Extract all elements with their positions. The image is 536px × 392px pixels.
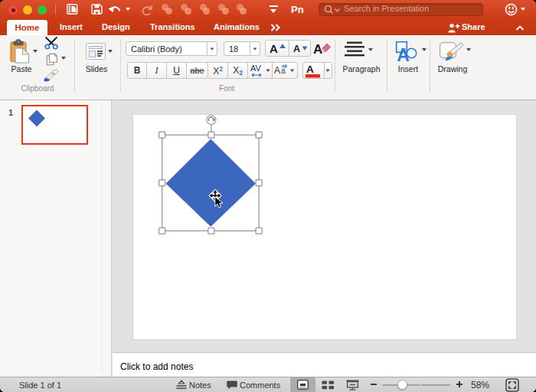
svg-text:A: A — [293, 44, 300, 54]
svg-text:A: A — [306, 64, 314, 75]
svg-text:A: A — [274, 65, 280, 76]
svg-text:a: a — [281, 67, 286, 75]
svg-text:A: A — [270, 42, 278, 55]
svg-text:AV: AV — [250, 64, 262, 73]
svg-text:A: A — [313, 42, 322, 56]
svg-text:A: A — [397, 45, 410, 62]
